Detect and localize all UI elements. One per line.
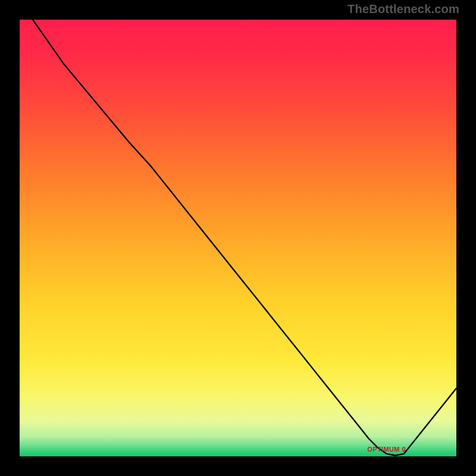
bottleneck-curve: [20, 20, 456, 456]
chart-container: TheBottleneck.com OPTIMUM 0: [0, 0, 476, 476]
plot-area: OPTIMUM 0: [20, 20, 456, 456]
watermark-text: TheBottleneck.com: [347, 2, 459, 16]
optimum-label: OPTIMUM 0: [367, 446, 406, 453]
